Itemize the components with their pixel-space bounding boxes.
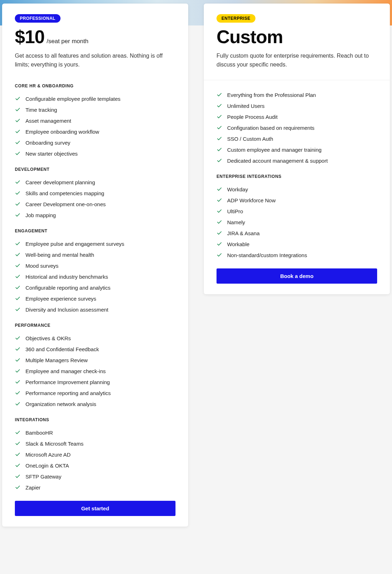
check-icon bbox=[217, 125, 222, 131]
check-icon bbox=[15, 129, 21, 134]
feature-label: Onboarding survey bbox=[25, 140, 70, 146]
feature-item: Time tracking bbox=[15, 104, 175, 115]
feature-label: Workable bbox=[227, 241, 249, 247]
feature-item: Organization network analysis bbox=[15, 399, 175, 410]
feature-label: SFTP Gateway bbox=[25, 474, 61, 480]
book-demo-button[interactable]: Book a demo bbox=[217, 268, 377, 284]
feature-label: Non-standard/custom Integrations bbox=[227, 252, 307, 258]
feature-item: Namely bbox=[217, 217, 377, 228]
feature-label: JIRA & Asana bbox=[227, 230, 260, 236]
check-icon bbox=[15, 441, 21, 446]
feature-item: Employee pulse and engagement surveys bbox=[15, 238, 175, 249]
feature-item: Mood surveys bbox=[15, 260, 175, 271]
check-icon bbox=[15, 379, 21, 385]
check-icon bbox=[217, 103, 222, 109]
feature-list: Configurable employee profile templatesT… bbox=[15, 93, 175, 159]
price-line: $10 /seat per month bbox=[15, 28, 175, 46]
feature-label: Configurable reporting and analytics bbox=[25, 285, 110, 291]
check-icon bbox=[15, 118, 21, 123]
feature-label: Skills and competencies mapping bbox=[25, 190, 104, 196]
feature-item: Well-being and mental health bbox=[15, 249, 175, 260]
check-icon bbox=[217, 197, 222, 203]
check-icon bbox=[15, 346, 21, 352]
feature-item: Unlimited Users bbox=[217, 100, 377, 111]
section-title: ENGAGEMENT bbox=[15, 228, 175, 233]
check-icon bbox=[15, 201, 21, 207]
feature-label: Objectives & OKRs bbox=[25, 335, 71, 341]
plan-badge-professional: PROFESSIONAL bbox=[15, 14, 60, 23]
check-icon bbox=[15, 357, 21, 363]
check-icon bbox=[217, 114, 222, 120]
feature-label: Multiple Managers Review bbox=[25, 357, 88, 363]
feature-item: Non-standard/custom Integrations bbox=[217, 250, 377, 261]
feature-label: OneLogin & OKTA bbox=[25, 463, 69, 469]
feature-label: Unlimited Users bbox=[227, 103, 265, 109]
feature-item: Employee onboarding workflow bbox=[15, 126, 175, 137]
feature-label: People Process Audit bbox=[227, 114, 278, 120]
check-icon bbox=[217, 208, 222, 214]
check-icon bbox=[15, 285, 21, 290]
feature-item: Configuration based on requirements bbox=[217, 122, 377, 133]
check-icon bbox=[15, 401, 21, 407]
check-icon bbox=[217, 136, 222, 141]
check-icon bbox=[15, 179, 21, 185]
feature-label: Performance Improvement planning bbox=[25, 379, 110, 385]
plan-card-professional: PROFESSIONAL $10 /seat per month Get acc… bbox=[2, 4, 188, 527]
feature-item: BambooHR bbox=[15, 427, 175, 438]
feature-label: Configurable employee profile templates bbox=[25, 96, 120, 102]
feature-item: Objectives & OKRs bbox=[15, 333, 175, 344]
check-icon bbox=[15, 151, 21, 156]
check-icon bbox=[15, 274, 21, 279]
check-icon bbox=[217, 252, 222, 258]
check-icon bbox=[15, 212, 21, 218]
section-title: PERFORMANCE bbox=[15, 323, 175, 328]
feature-list: BambooHRSlack & Microsoft TeamsMicrosoft… bbox=[15, 427, 175, 493]
feature-label: Employee experience surveys bbox=[25, 296, 96, 302]
feature-label: Employee and manager check-ins bbox=[25, 368, 106, 374]
feature-label: Historical and industry benchmarks bbox=[25, 274, 108, 280]
feature-label: Career development planning bbox=[25, 179, 95, 185]
feature-label: UltiPro bbox=[227, 208, 243, 214]
feature-label: Time tracking bbox=[25, 107, 57, 113]
feature-item: Dedicated account management & support bbox=[217, 155, 377, 166]
feature-item: Configurable employee profile templates bbox=[15, 93, 175, 104]
feature-label: Namely bbox=[227, 219, 245, 225]
feature-item: Configurable reporting and analytics bbox=[15, 282, 175, 293]
feature-list: Objectives & OKRs360 and Confidential Fe… bbox=[15, 333, 175, 410]
feature-item: 360 and Confidential Feedback bbox=[15, 344, 175, 355]
pricing-container: PROFESSIONAL $10 /seat per month Get acc… bbox=[0, 0, 392, 534]
plan-price: $10 bbox=[15, 28, 45, 46]
feature-item: Slack & Microsoft Teams bbox=[15, 438, 175, 449]
check-icon bbox=[15, 96, 21, 102]
feature-label: Employee onboarding workflow bbox=[25, 129, 99, 135]
feature-label: ADP Workforce Now bbox=[227, 197, 276, 203]
feature-list: Employee pulse and engagement surveysWel… bbox=[15, 238, 175, 315]
plan-card-enterprise: ENTERPRISE Custom Fully custom quote for… bbox=[204, 4, 390, 294]
feature-label: New starter objectives bbox=[25, 151, 78, 157]
feature-label: Diversity and Inclusion assessment bbox=[25, 307, 108, 313]
feature-item: UltiPro bbox=[217, 206, 377, 217]
feature-label: Workday bbox=[227, 186, 248, 192]
plan-badge-enterprise: ENTERPRISE bbox=[217, 14, 255, 23]
feature-item: Workable bbox=[217, 239, 377, 250]
feature-list: WorkdayADP Workforce NowUltiProNamelyJIR… bbox=[217, 184, 377, 261]
feature-label: Microsoft Azure AD bbox=[25, 452, 71, 458]
check-icon bbox=[15, 140, 21, 145]
feature-label: Mood surveys bbox=[25, 263, 58, 269]
section-title: DEVELOPMENT bbox=[15, 167, 175, 172]
check-icon bbox=[15, 474, 21, 479]
feature-item: SSO / Custom Auth bbox=[217, 133, 377, 144]
feature-label: Employee pulse and engagement surveys bbox=[25, 241, 124, 247]
feature-item: Historical and industry benchmarks bbox=[15, 271, 175, 282]
plan-desc-enterprise: Fully custom quote for enterprise requir… bbox=[217, 52, 377, 69]
feature-label: Organization network analysis bbox=[25, 401, 96, 407]
feature-item: Custom employee and manager training bbox=[217, 144, 377, 155]
plan-desc-professional: Get access to all features and solution … bbox=[15, 52, 175, 69]
check-icon bbox=[15, 463, 21, 468]
feature-label: Well-being and mental health bbox=[25, 252, 94, 258]
plan-header-professional: PROFESSIONAL $10 /seat per month Get acc… bbox=[2, 4, 188, 80]
check-icon bbox=[217, 219, 222, 225]
feature-list: Career development planningSkills and co… bbox=[15, 177, 175, 221]
get-started-button[interactable]: Get started bbox=[15, 501, 175, 516]
check-icon bbox=[217, 186, 222, 192]
